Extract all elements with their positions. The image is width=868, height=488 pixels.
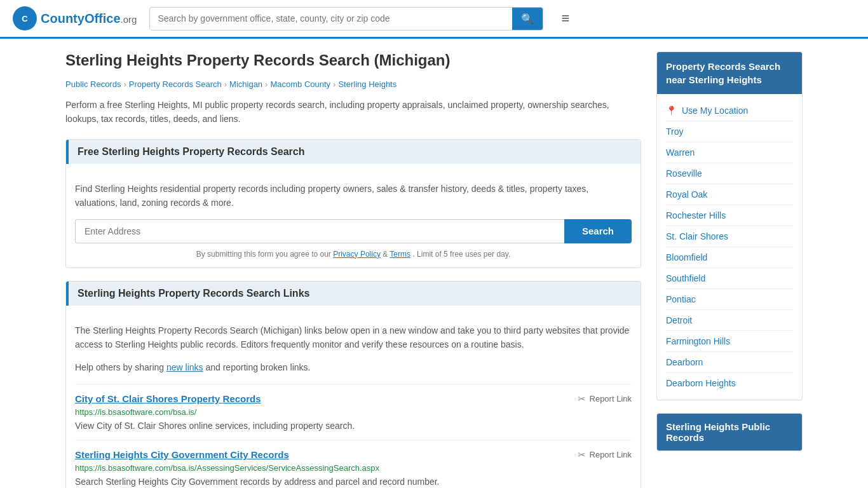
site-header: C CountyOffice.org 🔍 ≡ [0,0,868,39]
main-content: Sterling Heights Property Records Search… [65,51,641,488]
sidebar-city-stclairshores: St. Clair Shores [666,226,793,247]
header-search-bar: 🔍 [149,7,543,30]
logo-icon: C [13,6,37,30]
link-item-2-url: https://is.bsasoftware.com/bsa.is/Assess… [75,463,632,473]
breadcrumb-property-records-search[interactable]: Property Records Search [129,79,222,89]
new-links-link[interactable]: new links [166,362,203,372]
nearby-sidebar-box: Property Records Searchnear Sterling Hei… [656,51,803,400]
public-records-sidebar-box: Sterling Heights Public Records [656,413,803,451]
city-link-pontiac[interactable]: Pontiac [666,294,696,304]
report-link-button-2[interactable]: ✂ Report Link [578,449,632,461]
breadcrumb: Public Records › Property Records Search… [65,79,641,89]
links-section-body: The Sterling Heights Property Records Se… [66,315,641,488]
breadcrumb-sterling-heights[interactable]: Sterling Heights [338,79,397,89]
sidebar-city-royaloak: Royal Oak [666,184,793,205]
page-title: Sterling Heights Property Records Search… [65,51,641,69]
city-link-dearborn-heights[interactable]: Dearborn Heights [666,378,736,388]
public-records-sidebar-header: Sterling Heights Public Records [657,414,802,451]
sidebar-city-detroit: Detroit [666,310,793,331]
disclaimer-suffix: . Limit of 5 free uses per day. [412,250,510,259]
address-search-button[interactable]: Search [564,219,632,243]
header-search-button[interactable]: 🔍 [512,8,543,30]
links-section: Sterling Heights Property Records Search… [65,281,641,488]
report-link-button-1[interactable]: ✂ Report Link [578,393,632,405]
address-input[interactable] [75,219,564,243]
nearby-sidebar-header: Property Records Searchnear Sterling Hei… [657,52,802,94]
use-my-location-row[interactable]: 📍 Use My Location [666,100,793,121]
link-item-1-url: https://is.bsasoftware.com/bsa.is/ [75,407,632,417]
free-search-header: Free Sterling Heights Property Records S… [66,140,641,164]
breadcrumb-macomb-county[interactable]: Macomb County [270,79,330,89]
link-item-1-header: City of St. Clair Shores Property Record… [75,393,632,405]
link-item-2-title[interactable]: Sterling Heights City Government City Re… [75,449,289,460]
link-item-2: Sterling Heights City Government City Re… [75,440,632,488]
breadcrumb-public-records[interactable]: Public Records [65,79,121,89]
use-my-location-link[interactable]: Use My Location [682,105,748,116]
city-link-rochester-hills[interactable]: Rochester Hills [666,210,726,220]
sidebar-city-farmington-hills: Farmington Hills [666,331,793,352]
nearby-sidebar-body: 📍 Use My Location Troy Warren Roseville … [657,94,802,400]
city-link-roseville[interactable]: Roseville [666,168,702,179]
link-item-1-title[interactable]: City of St. Clair Shores Property Record… [75,393,261,404]
report-icon-2: ✂ [578,449,586,461]
links-section-header: Sterling Heights Property Records Search… [66,281,641,306]
svg-text:C: C [22,14,28,24]
city-link-bloomfield[interactable]: Bloomfield [666,252,707,262]
nearby-header-text: Property Records Searchnear Sterling Hei… [666,61,780,85]
disclaimer-text: By submitting this form you agree to our [196,250,331,259]
form-disclaimer: By submitting this form you agree to our… [75,250,632,259]
sidebar-city-rochesterhills: Rochester Hills [666,205,793,226]
city-link-warren[interactable]: Warren [666,147,695,158]
logo-text: CountyOffice.org [41,11,137,26]
report-link-label-1: Report Link [590,394,632,403]
hamburger-icon: ≡ [561,10,569,26]
sidebar-city-roseville: Roseville [666,163,793,184]
menu-button[interactable]: ≡ [556,8,574,29]
city-link-troy[interactable]: Troy [666,126,683,137]
link-item-1-desc: View City of St. Clair Shores online ser… [75,421,632,431]
location-pin-icon: 📍 [666,105,677,116]
breadcrumb-michigan[interactable]: Michigan [229,79,262,89]
page-description: Perform a free Sterling Heights, MI publ… [65,98,641,126]
sidebar-city-southfield: Southfield [666,268,793,289]
free-search-description: Find Sterling Heights residential proper… [75,182,632,210]
sidebar-city-dearborn-heights: Dearborn Heights [666,373,793,393]
search-icon: 🔍 [521,13,534,24]
new-links-text: Help others by sharing new links and rep… [75,360,632,374]
link-item-1: City of St. Clair Shores Property Record… [75,384,632,440]
report-link-label-2: Report Link [590,450,632,459]
sidebar-city-pontiac: Pontiac [666,289,793,310]
terms-link[interactable]: Terms [390,250,410,259]
breadcrumb-sep-3: › [265,79,268,89]
sidebar: Property Records Searchnear Sterling Hei… [656,51,803,488]
free-search-body: Find Sterling Heights residential proper… [66,173,641,268]
city-link-st-clair-shores[interactable]: St. Clair Shores [666,231,728,241]
sidebar-city-warren: Warren [666,142,793,163]
links-description: The Sterling Heights Property Records Se… [75,323,632,352]
report-icon-1: ✂ [578,393,586,405]
breadcrumb-sep-4: › [333,79,336,89]
breadcrumb-sep-1: › [123,79,126,89]
sidebar-city-troy: Troy [666,121,793,142]
sidebar-city-bloomfield: Bloomfield [666,247,793,268]
city-link-royal-oak[interactable]: Royal Oak [666,189,707,200]
site-logo[interactable]: C CountyOffice.org [13,6,137,30]
link-item-2-header: Sterling Heights City Government City Re… [75,449,632,461]
page-container: Sterling Heights Property Records Search… [53,39,815,488]
city-link-detroit[interactable]: Detroit [666,315,692,325]
link-item-2-desc: Search Sterling Heights City Government … [75,477,632,487]
breadcrumb-sep-2: › [224,79,227,89]
sidebar-city-dearborn: Dearborn [666,352,793,373]
free-search-section: Free Sterling Heights Property Records S… [65,139,641,268]
privacy-policy-link[interactable]: Privacy Policy [333,250,381,259]
header-search-input[interactable] [150,8,512,29]
city-link-farmington-hills[interactable]: Farmington Hills [666,336,730,346]
address-search-row: Search [75,219,632,243]
city-link-southfield[interactable]: Southfield [666,273,705,283]
disclaimer-ampersand: & [383,250,390,259]
city-link-dearborn[interactable]: Dearborn [666,357,703,367]
